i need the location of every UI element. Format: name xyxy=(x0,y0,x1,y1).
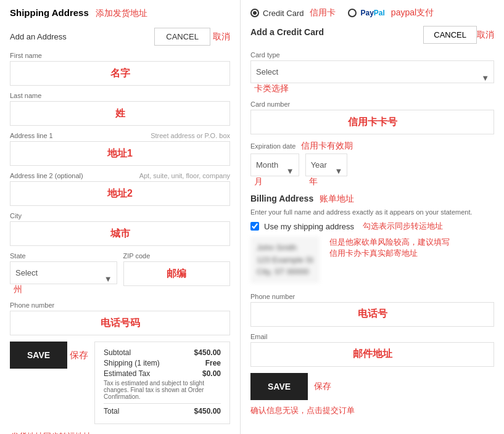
phone-label-left: Phone number xyxy=(10,301,230,309)
confirm-annotation: 确认信息无误，点击提交订单 xyxy=(250,405,494,416)
save-button-left[interactable]: SAVE xyxy=(10,342,67,369)
bottom-annotations: 发货地址同步转运地址 账单地址建议如实填写 完整的真实办卡邮寄地址 xyxy=(10,430,230,434)
paypal-icon: PayPal xyxy=(360,9,384,17)
year-wrapper: Year ▼ 年 xyxy=(305,154,348,187)
address1-input[interactable] xyxy=(10,141,230,166)
expiry-fields: Month ▼ 月 Year ▼ 年 xyxy=(250,154,494,187)
subtotal-row: Subtotal $450.00 xyxy=(104,348,221,357)
phone-input-right[interactable] xyxy=(250,302,494,327)
address-annotation-block: 但是他家砍单风险较高，建议填写 信用卡办卡真实邮寄地址 xyxy=(324,237,450,259)
last-name-input[interactable] xyxy=(10,101,230,126)
address2-label: Address line 2 (optional) Apt, suite, un… xyxy=(10,172,230,179)
paypal-radio[interactable] xyxy=(348,9,357,17)
credit-card-radio[interactable] xyxy=(250,9,259,17)
payment-tabs: Credit Card 信用卡 PayPal paypal支付 xyxy=(250,7,494,18)
phone-input-left[interactable] xyxy=(10,311,230,335)
state-select[interactable]: Select xyxy=(10,261,117,284)
cancel-button-left[interactable]: CANCEL xyxy=(154,28,210,46)
annotation-line1: 发货地址同步转运地址 xyxy=(11,430,229,434)
right-save-area: SAVE 保存 xyxy=(250,373,494,400)
email-label: Email xyxy=(250,333,494,340)
address-blurred-section: John Smith123 Example StCity, ST 00000 但… xyxy=(250,237,494,288)
tax-value: $0.00 xyxy=(202,369,221,378)
zip-group: ZIP code xyxy=(123,252,231,295)
card-type-group: Card type Select ▼ 卡类选择 xyxy=(250,51,494,94)
first-name-group: First name xyxy=(10,52,230,86)
address-annotation1: 但是他家砍单风险较高，建议填写 xyxy=(329,237,450,248)
credit-card-tab[interactable]: Credit Card 信用卡 xyxy=(250,7,336,18)
use-shipping-checkbox[interactable] xyxy=(250,222,259,231)
shipping-row: Shipping (1 item) Free xyxy=(104,359,221,367)
blurred-address: John Smith123 Example StCity, ST 00000 xyxy=(250,237,320,283)
subtotal-label: Subtotal xyxy=(104,348,131,357)
last-name-group: Last name xyxy=(10,92,230,126)
add-credit-card-title: Add a Credit Card xyxy=(250,27,324,37)
card-number-group: Card number xyxy=(250,100,494,134)
billing-note: Enter your full name and address exactly… xyxy=(250,208,494,216)
address2-group: Address line 2 (optional) Apt, suite, un… xyxy=(10,172,230,206)
zip-label: ZIP code xyxy=(123,252,231,260)
card-type-wrapper: Select ▼ 卡类选择 xyxy=(250,60,494,94)
save-button-right[interactable]: SAVE xyxy=(250,373,308,400)
cancel-button-right[interactable]: CANCEL xyxy=(423,26,477,44)
phone-group-right: Phone number xyxy=(250,293,494,327)
save-annotation-left: 保存 xyxy=(70,350,88,361)
use-shipping-row: Use my shipping address 勾选表示同步转运地址 xyxy=(250,221,494,232)
card-type-select[interactable]: Select xyxy=(250,60,494,83)
shipping-value: Free xyxy=(205,359,221,367)
year-annotation: 年 xyxy=(309,176,318,186)
state-label: State xyxy=(10,252,117,260)
bottom-section: SAVE 保存 Subtotal $450.00 Shipping (1 ite… xyxy=(10,342,230,424)
tax-label: Estimated Tax xyxy=(104,369,150,378)
credit-card-annotation: 信用卡 xyxy=(310,7,336,18)
city-group: City xyxy=(10,212,230,246)
tax-row: Estimated Tax $0.00 xyxy=(104,369,221,378)
month-annotation: 月 xyxy=(254,176,263,186)
add-address-label: Add an Address xyxy=(10,32,67,41)
first-name-label: First name xyxy=(10,52,230,59)
last-name-label: Last name xyxy=(10,92,230,99)
shipping-address-title: Shipping Address xyxy=(10,7,89,18)
address2-input[interactable] xyxy=(10,181,230,206)
cancel-annotation-right: 取消 xyxy=(477,30,494,41)
billing-address-section: Billing Address 账单地址 xyxy=(250,194,494,205)
address1-label: Address line 1 Street address or P.O. bo… xyxy=(10,132,230,139)
left-panel: Shipping Address 添加发货地址 Add an Address C… xyxy=(0,0,241,434)
billing-annotation: 账单地址 xyxy=(320,194,354,203)
address-annotation2: 信用卡办卡真实邮寄地址 xyxy=(329,248,450,259)
zip-input[interactable] xyxy=(123,261,231,286)
right-panel: Credit Card 信用卡 PayPal paypal支付 Add a Cr… xyxy=(241,0,504,434)
shipping-label: Shipping (1 item) xyxy=(104,359,160,367)
year-select[interactable]: Year xyxy=(305,154,348,176)
card-type-label: Card type xyxy=(250,51,494,59)
use-shipping-annotation: 勾选表示同步转运地址 xyxy=(363,221,443,232)
use-shipping-label: Use my shipping address xyxy=(264,222,354,231)
total-row: Total $450.00 xyxy=(104,407,221,416)
state-annotation: 州 xyxy=(14,284,22,294)
tax-note: Tax is estimated and subject to slight c… xyxy=(104,380,221,400)
email-input[interactable] xyxy=(250,342,494,367)
state-select-wrapper: Select ▼ 州 xyxy=(10,261,117,295)
month-wrapper: Month ▼ 月 xyxy=(250,154,299,187)
card-number-input[interactable] xyxy=(250,110,494,134)
paypal-annotation: paypal支付 xyxy=(391,7,434,18)
cancel-annotation-left: 取消 xyxy=(213,31,230,43)
card-number-label: Card number xyxy=(250,100,494,108)
city-input[interactable] xyxy=(10,221,230,246)
first-name-input[interactable] xyxy=(10,61,230,86)
phone-group-left: Phone number xyxy=(10,301,230,335)
billing-title: Billing Address xyxy=(250,194,313,203)
phone-label-right: Phone number xyxy=(250,293,494,300)
total-label: Total xyxy=(104,407,119,416)
city-label: City xyxy=(10,212,230,219)
expiry-group: Expiration date 信用卡有效期 Month ▼ 月 Year ▼ … xyxy=(250,141,494,187)
address1-group: Address line 1 Street address or P.O. bo… xyxy=(10,132,230,166)
email-group: Email xyxy=(250,333,494,367)
expiry-label: Expiration date 信用卡有效期 xyxy=(250,141,494,152)
total-value: $450.00 xyxy=(194,407,221,416)
paypal-tab[interactable]: PayPal paypal支付 xyxy=(348,7,434,18)
shipping-title-annotation: 添加发货地址 xyxy=(96,8,147,18)
month-select[interactable]: Month xyxy=(250,154,299,176)
credit-card-label: Credit Card xyxy=(263,9,304,18)
subtotal-value: $450.00 xyxy=(194,348,221,357)
